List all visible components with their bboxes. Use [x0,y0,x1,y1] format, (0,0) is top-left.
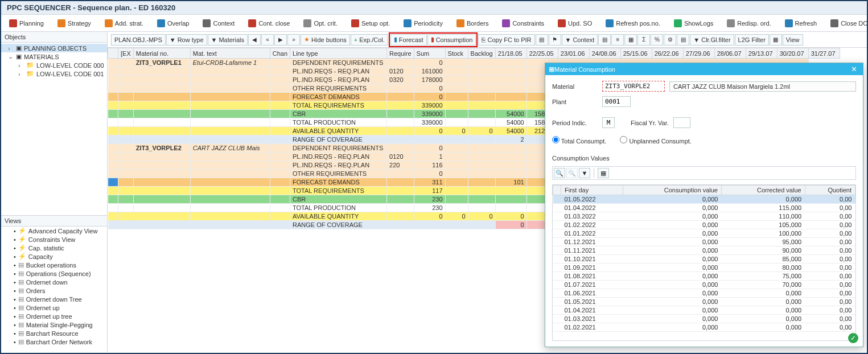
tool-button[interactable]: ▤ [536,34,548,46]
objects-tree[interactable]: › ▣ PLANNING OBJECTS ⌄ ▣ MATERIALS › 📁 L… [1,43,107,215]
view-item[interactable]: •▤Ordernet up [1,303,107,312]
unplanned-consumpt-radio[interactable]: Unplanned Consumpt. [620,136,692,145]
hide-buttons-button[interactable]: ★Hide buttons [301,34,350,46]
toolbar-showlogs[interactable]: ShowLogs [669,18,718,29]
highlighted-buttons: ▮Forecast ▮Consumption [389,32,478,47]
find-next-button[interactable]: 🔍 [566,168,578,178]
view-item[interactable]: •▤Orders [1,286,107,295]
l2g-filter-button[interactable]: L2G Filter [735,34,769,46]
cv-row[interactable]: 01.07.20210,00070,0000,00 [553,281,855,289]
nav-fastfwd-button[interactable]: » [287,34,300,46]
tree-lowlevel-001[interactable]: › 📁 LOW-LEVEL CODE 001 [1,69,107,78]
popup-titlebar[interactable]: ▦ Material Consumption ✕ [545,63,863,75]
grid-button[interactable]: ▦ [598,168,609,178]
toolbar-strategy[interactable]: Strategy [53,18,96,29]
cv-row[interactable]: 01.10.20210,00085,0000,00 [553,255,855,264]
toolbar-borders[interactable]: Borders [452,18,493,29]
find-button[interactable]: 🔍 [554,168,565,178]
consumption-grid[interactable]: First dayConsumption valueCorrected valu… [553,185,855,332]
tool-icon [502,19,510,27]
cv-row[interactable]: 01.02.20210,0000,0000,00 [553,323,855,332]
view-item[interactable]: •⚡Capacity [1,252,107,261]
cv-grid-container[interactable]: First dayConsumption valueCorrected valu… [552,184,856,341]
toolbar-upd-so[interactable]: Upd. SO [553,18,597,29]
cv-row[interactable]: 01.03.20220,000110,0000,00 [553,212,855,221]
tool-button[interactable]: ▤ [677,34,689,46]
material-input[interactable] [602,81,665,92]
material-consumption-popup: ▦ Material Consumption ✕ Material CART J… [545,63,863,347]
nav-next-button[interactable]: ▶ [274,34,287,46]
period-input[interactable] [602,117,615,128]
toolbar-refresh[interactable]: Refresh [780,18,822,29]
toolbar-periodicity[interactable]: Periodicity [399,18,447,29]
view-item[interactable]: •▤Ordernet up tree [1,312,107,320]
context-filter-button[interactable]: ▼Context [562,34,598,46]
sum-button[interactable]: Σ [637,34,650,46]
tool-button[interactable]: ⚙ [664,34,676,46]
cv-row[interactable]: 01.06.20210,0000,0000,00 [553,289,855,298]
consumption-button[interactable]: ▮Consumption [427,34,476,46]
toolbar-redisp-ord-[interactable]: Redisp. ord. [722,18,775,29]
toolbar-context[interactable]: Context [198,18,239,29]
cube-icon: ▣ [16,53,22,60]
tool-icon [830,19,838,27]
tree-planning-objects[interactable]: › ▣ PLANNING OBJECTS [1,44,107,52]
clrgl-filter-button[interactable]: ▼Clr.Gl.filter [690,34,734,46]
toolbar-close-dc-fil[interactable]: Close DC fil [826,18,868,29]
toolbar-constraints[interactable]: Constraints [497,18,549,29]
view-item[interactable]: •▤Barchart Resource [1,329,107,337]
tool-button[interactable]: ▦ [624,34,637,46]
tool-icon [727,19,735,27]
forecast-button[interactable]: ▮Forecast [390,34,427,46]
cv-row[interactable]: 01.11.20210,00090,0000,00 [553,246,855,255]
tool-button[interactable]: ≡ [611,34,624,46]
toolbar-add-strat-[interactable]: Add. strat. [100,18,148,29]
filter-button[interactable]: ▼ [579,168,590,178]
cv-row[interactable]: 01.04.20210,0000,0000,00 [553,306,855,315]
views-list[interactable]: •⚡Advanced Capacity View•⚡Constraints Vi… [1,227,107,352]
tool-button[interactable]: ▦ [770,34,782,46]
view-item[interactable]: •▤Barchart Order Network [1,337,107,346]
tree-lowlevel-000[interactable]: › 📁 LOW-LEVEL CODE 000 [1,61,107,69]
tree-materials[interactable]: ⌄ ▣ MATERIALS [1,52,107,61]
toolbar-refresh-pos-no-[interactable]: Refresh pos.no. [601,18,665,29]
tool-button[interactable]: % [651,34,663,46]
materials-filter-button[interactable]: ▼Materials [208,34,248,46]
view-item[interactable]: •⚡Constraints View [1,235,107,244]
toolbar-cont-close[interactable]: Cont. close [244,18,294,29]
cv-row[interactable]: 01.05.20210,0000,0000,00 [553,298,855,306]
plant-input[interactable] [602,96,631,107]
total-consumpt-radio[interactable]: Total Consumpt. [552,136,606,145]
view-item[interactable]: •▤Ordernet down Tree [1,295,107,303]
view-item[interactable]: •▤Operations (Sequence) [1,269,107,278]
planobj-button[interactable]: PLAN.OBJ.-MPS [111,34,166,46]
cv-row[interactable]: 01.12.20210,00095,0000,00 [553,238,855,246]
nav-first-button[interactable]: ◀ [248,34,261,46]
cv-row[interactable]: 01.02.20220,000105,0000,00 [553,221,855,229]
view-item[interactable]: •▤Bucket operations [1,261,107,269]
toolbar-overlap[interactable]: Overlap [153,18,194,29]
cv-row[interactable]: 01.03.20210,0000,0000,00 [553,315,855,323]
toolbar-planning[interactable]: Planning [5,18,48,29]
view-button[interactable]: View [783,34,803,46]
view-item[interactable]: •⚡Cap. statistic [1,244,107,252]
rowtype-filter-button[interactable]: ▼Row type [166,34,207,46]
cv-row[interactable]: 01.05.20220,0000,0000,00 [553,195,855,204]
cv-row[interactable]: 01.08.20210,00075,0000,00 [553,272,855,281]
ok-badge-icon[interactable]: ✓ [848,333,858,343]
cv-row[interactable]: 01.04.20220,000115,0000,00 [553,204,855,212]
copyfc-button[interactable]: ⎘Copy FC to PIR [478,34,534,46]
close-icon[interactable]: ✕ [849,65,859,73]
cv-row[interactable]: 01.09.20210,00080,0000,00 [553,264,855,272]
view-item[interactable]: •▤Material Single-Pegging [1,320,107,329]
tool-button[interactable]: ⚑ [549,34,561,46]
expand-collapse-button[interactable]: +Exp./Col. [351,34,388,46]
view-item[interactable]: •⚡Advanced Capacity View [1,227,107,235]
toolbar-setup-opt-[interactable]: Setup opt. [347,18,394,29]
view-item[interactable]: •▤Ordernet down [1,278,107,286]
tool-button[interactable]: ▤ [598,34,611,46]
fiscal-input[interactable] [673,117,690,128]
toolbar-opt-crit-[interactable]: Opt. crit. [299,18,342,29]
cv-row[interactable]: 01.01.20220,000100,0000,00 [553,229,855,238]
nav-fastback-button[interactable]: « [261,34,274,46]
